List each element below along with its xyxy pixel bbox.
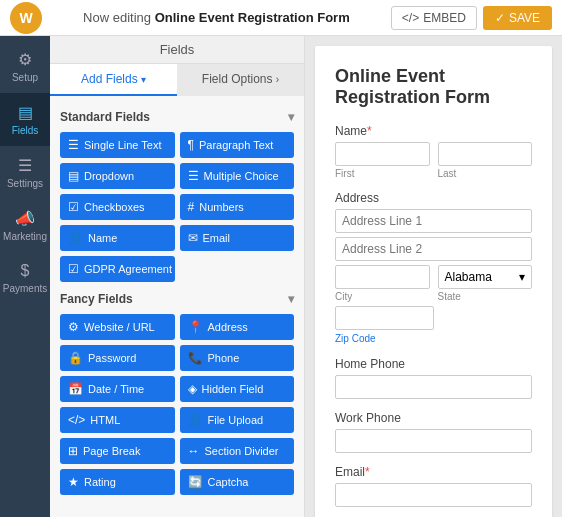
paragraph-icon: ¶ [188,138,194,152]
top-bar-title: Now editing Online Event Registration Fo… [42,10,391,25]
name-field-group: Name* First Last [335,124,532,179]
hidden-field-button[interactable]: ◈ Hidden Field [180,376,295,402]
email-icon: ✉ [188,231,198,245]
button-label: Dropdown [84,170,134,182]
button-label: Section Divider [205,445,279,457]
sidebar-item-fields[interactable]: ▤ Fields [0,93,50,146]
embed-label: EMBED [423,11,466,25]
city-state-row: City Alabama ▾ State [335,265,532,302]
tab-field-options-label: Field Options [202,72,273,86]
zip-sublabel: Zip Code [335,333,376,344]
sidebar-item-settings[interactable]: ☰ Settings [0,146,50,199]
single-line-text-button[interactable]: ☰ Single Line Text [60,132,175,158]
required-indicator: * [365,465,370,479]
save-label: SAVE [509,11,540,25]
marketing-icon: 📣 [15,209,35,228]
form-title: Online Event Registration Form [335,66,532,108]
location-icon: 📍 [188,320,203,334]
standard-fields-label: Standard Fields [60,110,150,124]
fields-panel-title: Fields [160,42,195,57]
checkboxes-button[interactable]: ☑ Checkboxes [60,194,175,220]
form-preview: Online Event Registration Form Name* Fir… [305,36,562,517]
multiple-choice-button[interactable]: ☰ Multiple Choice [180,163,295,189]
button-label: File Upload [208,414,264,426]
last-name-col: Last [438,142,533,179]
city-col: City [335,265,430,302]
work-phone-field-group: Work Phone [335,411,532,453]
button-label: Password [88,352,136,364]
gdpr-button[interactable]: ☑ GDPR Agreement [60,256,175,282]
email-input[interactable] [335,483,532,507]
work-phone-input[interactable] [335,429,532,453]
sidebar-item-marketing[interactable]: 📣 Marketing [0,199,50,252]
form-name: Online Event Registration Form [155,10,350,25]
embed-button[interactable]: </> EMBED [391,6,477,30]
address-line1-input[interactable] [335,209,532,233]
editing-label: Now editing [83,10,151,25]
tab-add-fields-label: Add Fields [81,72,138,86]
star-icon: ★ [68,475,79,489]
button-label: Multiple Choice [204,170,279,182]
file-upload-button[interactable]: 👤 File Upload [180,407,295,433]
captcha-button[interactable]: 🔄 Captcha [180,469,295,495]
address-button[interactable]: 📍 Address [180,314,295,340]
logo: W [10,2,42,34]
last-name-input[interactable] [438,142,533,166]
city-input[interactable] [335,265,430,289]
button-label: Single Line Text [84,139,161,151]
button-label: Checkboxes [84,201,145,213]
section-collapse-icon[interactable]: ▾ [288,110,294,124]
fancy-fields-label: Fancy Fields [60,292,133,306]
tab-field-options[interactable]: Field Options › [177,64,304,96]
tab-add-fields[interactable]: Add Fields ▾ [50,64,177,96]
home-phone-field-group: Home Phone [335,357,532,399]
zip-input[interactable] [335,306,434,330]
numbers-button[interactable]: # Numbers [180,194,295,220]
state-select[interactable]: Alabama ▾ [438,265,533,289]
state-sublabel: State [438,291,533,302]
fields-panel: Fields Add Fields ▾ Field Options › Stan… [50,36,305,517]
rating-button[interactable]: ★ Rating [60,469,175,495]
fancy-fields-buttons: ⚙ Website / URL 📍 Address 🔒 Password 📞 P… [60,314,294,495]
city-sublabel: City [335,291,430,302]
button-label: Website / URL [84,321,155,333]
name-row: First Last [335,142,532,179]
sidebar-item-setup[interactable]: ⚙ Setup [0,40,50,93]
name-button[interactable]: 👤 Name [60,225,175,251]
page-break-icon: ⊞ [68,444,78,458]
settings-icon: ☰ [18,156,32,175]
html-button[interactable]: </> HTML [60,407,175,433]
password-button[interactable]: 🔒 Password [60,345,175,371]
link-icon: ⚙ [68,320,79,334]
section-divider-button[interactable]: ↔ Section Divider [180,438,295,464]
email-field-group: Email* [335,465,532,507]
state-value: Alabama [445,270,492,284]
first-name-input[interactable] [335,142,430,166]
dropdown-button[interactable]: ▤ Dropdown [60,163,175,189]
sidebar-item-label: Payments [3,283,47,294]
list-icon: ☰ [188,169,199,183]
paragraph-text-button[interactable]: ¶ Paragraph Text [180,132,295,158]
chevron-down-icon: ▾ [141,74,146,85]
address-line2-input[interactable] [335,237,532,261]
chevron-down-icon: ▾ [519,270,525,284]
section-collapse-icon[interactable]: ▾ [288,292,294,306]
website-url-button[interactable]: ⚙ Website / URL [60,314,175,340]
datetime-button[interactable]: 📅 Date / Time [60,376,175,402]
text-icon: ☰ [68,138,79,152]
divider-icon: ↔ [188,444,200,458]
home-phone-input[interactable] [335,375,532,399]
button-label: Page Break [83,445,140,457]
page-break-button[interactable]: ⊞ Page Break [60,438,175,464]
standard-fields-buttons: ☰ Single Line Text ¶ Paragraph Text ▤ Dr… [60,132,294,282]
save-button[interactable]: ✓ SAVE [483,6,552,30]
email-button[interactable]: ✉ Email [180,225,295,251]
sidebar-item-label: Marketing [3,231,47,242]
chevron-right-icon: › [276,74,279,85]
code-icon: </> [68,413,85,427]
payments-icon: $ [21,262,30,280]
sidebar-item-payments[interactable]: $ Payments [0,252,50,304]
phone-button[interactable]: 📞 Phone [180,345,295,371]
fields-tabs-bar: Add Fields ▾ Field Options › [50,64,304,96]
fields-content: Standard Fields ▾ ☰ Single Line Text ¶ P… [50,96,304,515]
